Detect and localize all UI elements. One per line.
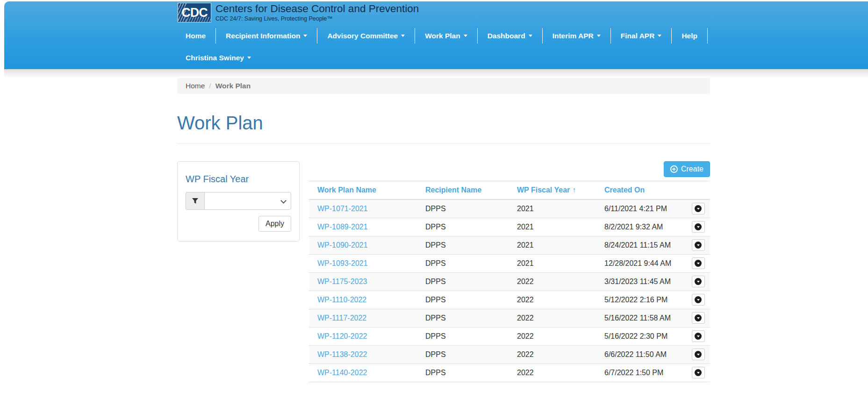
apply-button[interactable]: Apply — [258, 216, 291, 232]
page-title: Work Plan — [177, 113, 710, 134]
nav-item-final-apr[interactable]: Final APR — [611, 28, 672, 43]
chevron-down-icon — [697, 317, 700, 319]
work-plan-link[interactable]: WP-1090-2021 — [317, 241, 368, 249]
row-actions-button[interactable] — [692, 239, 705, 251]
caret-down-circle-icon — [695, 351, 702, 358]
chevron-down-icon — [697, 263, 700, 264]
column-label: WP Fiscal Year — [517, 186, 570, 194]
fiscal-year-cell: 2022 — [509, 309, 596, 327]
table-row: WP-1089-2021 DPPS 2021 8/2/2021 9:32 AM — [309, 218, 710, 236]
nav-label: Recipient Information — [226, 28, 300, 43]
app-shell: CDC Centers for Disease Control and Prev… — [4, 1, 868, 382]
filter-addon-button[interactable] — [186, 192, 204, 210]
apply-row: Apply — [186, 216, 291, 232]
chevron-down-icon — [303, 35, 307, 37]
row-actions-button[interactable] — [692, 276, 705, 287]
fiscal-year-cell: 2021 — [509, 254, 596, 272]
work-plan-link[interactable]: WP-1175-2023 — [317, 278, 367, 285]
recipient-name-cell: DPPS — [417, 254, 509, 272]
caret-down-circle-icon — [695, 260, 702, 267]
created-on-cell: 12/28/2021 9:44 AM — [596, 254, 686, 272]
chevron-down-icon — [529, 35, 532, 37]
column-header-actions — [686, 181, 710, 200]
breadcrumb-separator: / — [209, 82, 211, 90]
chevron-down-icon — [697, 299, 700, 301]
recipient-name-cell: DPPS — [417, 200, 509, 218]
header-shadow — [4, 69, 868, 78]
recipient-name-cell: DPPS — [417, 309, 509, 327]
column-header-wp-fiscal-year[interactable]: WP Fiscal Year↑ — [509, 181, 596, 200]
recipient-name-cell: DPPS — [417, 363, 509, 382]
work-plan-link[interactable]: WP-1089-2021 — [317, 223, 368, 231]
work-plan-link[interactable]: WP-1140-2022 — [317, 369, 367, 377]
work-plan-link[interactable]: WP-1093-2021 — [317, 259, 368, 267]
caret-down-circle-icon — [695, 314, 702, 321]
recipient-name-cell: DPPS — [417, 345, 509, 363]
row-actions-button[interactable] — [692, 349, 705, 360]
work-plan-link[interactable]: WP-1071-2021 — [317, 205, 368, 213]
work-plan-link[interactable]: WP-1117-2022 — [317, 314, 366, 322]
user-menu[interactable]: Christina Swiney — [178, 50, 261, 65]
caret-down-circle-icon — [695, 296, 702, 303]
created-on-cell: 5/16/2022 11:58 AM — [596, 309, 686, 327]
create-button[interactable]: Create — [664, 161, 710, 177]
recipient-name-cell: DPPS — [417, 236, 509, 254]
fiscal-year-cell: 2022 — [509, 327, 596, 345]
created-on-cell: 8/2/2021 9:32 AM — [596, 218, 686, 236]
caret-down-circle-icon — [695, 278, 702, 285]
created-on-cell: 5/12/2022 2:16 PM — [596, 291, 686, 309]
nav-label: Work Plan — [425, 28, 460, 43]
chevron-down-icon — [697, 208, 700, 210]
nav-item-interim-apr[interactable]: Interim APR — [543, 28, 611, 43]
nav-label: Final APR — [621, 28, 655, 43]
caret-down-circle-icon — [695, 333, 702, 340]
nav-item-work-plan[interactable]: Work Plan — [415, 28, 478, 43]
chevron-down-icon — [697, 354, 700, 356]
work-plan-link[interactable]: WP-1110-2022 — [317, 296, 366, 304]
table-header-row: Work Plan Name Recipient Name WP Fiscal … — [309, 181, 710, 200]
recipient-name-cell: DPPS — [417, 272, 509, 291]
brand-title: Centers for Disease Control and Preventi… — [215, 3, 419, 14]
column-header-created-on[interactable]: Created On — [596, 181, 686, 200]
table-row: WP-1120-2022 DPPS 2022 5/16/2022 2:30 PM — [309, 327, 710, 345]
user-menu-label: Christina Swiney — [186, 50, 244, 65]
table-body: WP-1071-2021 DPPS 2021 6/11/2021 4:21 PM — [309, 200, 710, 382]
nav-item-help[interactable]: Help — [672, 28, 708, 43]
row-actions-button[interactable] — [692, 257, 705, 269]
nav-item-advisory-committee[interactable]: Advisory Committee — [317, 28, 415, 43]
row-actions-button[interactable] — [692, 221, 705, 233]
fiscal-year-cell: 2021 — [509, 236, 596, 254]
row-actions-button[interactable] — [692, 203, 705, 214]
chevron-down-icon — [697, 335, 700, 337]
column-header-work-plan-name[interactable]: Work Plan Name — [309, 181, 417, 200]
nav-item-recipient-information[interactable]: Recipient Information — [216, 28, 317, 43]
fiscal-year-cell: 2022 — [509, 291, 596, 309]
row-actions-button[interactable] — [692, 294, 705, 306]
plus-circle-icon — [670, 165, 678, 173]
breadcrumb: Home / Work Plan — [177, 78, 710, 94]
fiscal-year-select[interactable] — [204, 192, 291, 210]
chevron-down-icon — [697, 281, 700, 283]
create-row: Create — [309, 161, 710, 177]
page-content: Home / Work Plan Work Plan WP Fiscal Yea… — [177, 78, 710, 382]
table-row: WP-1140-2022 DPPS 2022 6/7/2022 1:50 PM — [309, 363, 710, 382]
nav-item-home[interactable]: Home — [178, 28, 216, 43]
sort-asc-icon: ↑ — [572, 186, 576, 194]
user-nav: Christina Swiney — [178, 50, 868, 65]
work-plan-link[interactable]: WP-1138-2022 — [317, 350, 367, 358]
work-plan-link[interactable]: WP-1120-2022 — [317, 332, 367, 340]
fiscal-year-input-group — [186, 192, 291, 210]
row-actions-button[interactable] — [692, 367, 705, 378]
breadcrumb-home-link[interactable]: Home — [186, 82, 205, 90]
main-row: WP Fiscal Year Apply — [177, 161, 710, 382]
chevron-down-icon — [597, 35, 601, 37]
row-actions-button[interactable] — [692, 330, 705, 342]
row-actions-button[interactable] — [692, 312, 705, 324]
recipient-name-cell: DPPS — [417, 218, 509, 236]
chevron-down-icon — [464, 35, 467, 37]
nav-item-dashboard[interactable]: Dashboard — [478, 28, 543, 43]
chevron-down-icon — [697, 244, 700, 246]
table-row: WP-1071-2021 DPPS 2021 6/11/2021 4:21 PM — [309, 200, 710, 218]
fiscal-year-select-wrap — [204, 192, 291, 210]
column-header-recipient-name[interactable]: Recipient Name — [417, 181, 509, 200]
